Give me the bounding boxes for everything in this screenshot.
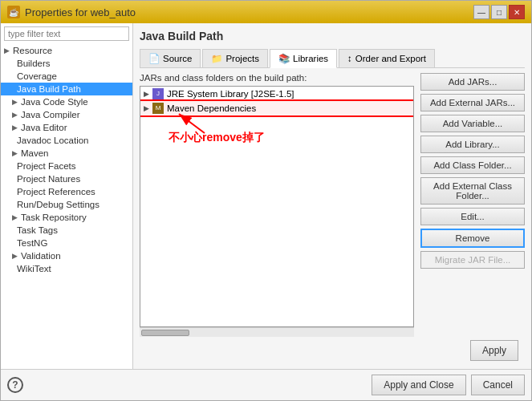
- filter-input[interactable]: [4, 26, 129, 41]
- libraries-content: JARs and class folders on the build path…: [140, 73, 525, 337]
- jar-item-label: JRE System Library [J2SE-1.5]: [167, 89, 294, 99]
- close-button[interactable]: ✕: [509, 5, 525, 19]
- expand-icon: ▶: [12, 111, 18, 119]
- scrollbar[interactable]: [140, 327, 414, 337]
- remove-button[interactable]: Remove: [420, 229, 525, 248]
- scrollbar-thumb[interactable]: [141, 330, 189, 336]
- annotation-text: 不小心remove掉了: [169, 131, 265, 145]
- jar-section-label: JARs and class folders on the build path…: [140, 73, 414, 83]
- sidebar: ▶ Resource Builders Coverage Java Build …: [1, 23, 133, 369]
- sidebar-item-label: Java Build Path: [17, 84, 81, 94]
- sidebar-item-label: Java Editor: [21, 123, 67, 132]
- sidebar-item-builders[interactable]: Builders: [1, 57, 132, 70]
- sidebar-item-label: Java Compiler: [21, 110, 80, 119]
- sidebar-item-label: Javadoc Location: [17, 136, 89, 145]
- tab-bar: 📄 Source 📁 Projects 📚 Libraries ↕ Order …: [140, 49, 525, 68]
- button-panel: Add JARs... Add External JARs... Add Var…: [420, 73, 525, 337]
- sidebar-item-validation[interactable]: ▶ Validation: [1, 249, 132, 262]
- tab-label: Order and Export: [355, 54, 426, 63]
- sidebar-item-java-compiler[interactable]: ▶ Java Compiler: [1, 108, 132, 121]
- jar-list[interactable]: ▶ J JRE System Library [J2SE-1.5] ▶ M Ma…: [140, 86, 414, 327]
- jar-icon: M: [152, 103, 164, 114]
- jar-section: JARs and class folders on the build path…: [140, 73, 414, 337]
- title-bar: ☕ Properties for web_auto — □ ✕: [1, 1, 531, 23]
- sidebar-item-label: Java Code Style: [21, 97, 88, 107]
- title-bar-controls: — □ ✕: [473, 5, 525, 19]
- sidebar-item-label: Project Facets: [17, 161, 76, 171]
- sidebar-item-javadoc[interactable]: Javadoc Location: [1, 134, 132, 147]
- apply-area: Apply: [140, 337, 525, 363]
- sidebar-item-testng[interactable]: TestNG: [1, 237, 132, 249]
- add-class-folder-button[interactable]: Add Class Folder...: [420, 156, 525, 174]
- footer-buttons: Apply and Close Cancel: [372, 375, 525, 395]
- sidebar-item-task-repository[interactable]: ▶ Task Repository: [1, 211, 132, 224]
- order-export-tab-icon: ↕: [347, 54, 352, 63]
- right-panel: Java Build Path 📄 Source 📁 Projects 📚 Li…: [133, 23, 531, 369]
- apply-button[interactable]: Apply: [470, 340, 518, 361]
- tab-projects[interactable]: 📁 Projects: [202, 49, 268, 67]
- source-tab-icon: 📄: [148, 53, 160, 64]
- sidebar-item-java-code-style[interactable]: ▶ Java Code Style: [1, 95, 132, 108]
- title-bar-left: ☕ Properties for web_auto: [7, 6, 136, 18]
- expand-icon: ▶: [12, 213, 18, 221]
- expand-icon: ▶: [144, 104, 149, 112]
- sidebar-item-resource[interactable]: ▶ Resource: [1, 44, 132, 57]
- window-title: Properties for web_auto: [25, 6, 136, 18]
- jar-item-maven[interactable]: ▶ M Maven Dependencies: [140, 101, 413, 115]
- libraries-tab-icon: 📚: [278, 53, 290, 64]
- panel-title: Java Build Path: [140, 30, 525, 43]
- sidebar-item-project-facets[interactable]: Project Facets: [1, 160, 132, 172]
- sidebar-item-run-debug[interactable]: Run/Debug Settings: [1, 198, 132, 211]
- edit-button[interactable]: Edit...: [420, 208, 525, 225]
- maximize-button[interactable]: □: [491, 5, 507, 19]
- add-library-button[interactable]: Add Library...: [420, 136, 525, 153]
- cancel-button[interactable]: Cancel: [471, 375, 525, 395]
- sidebar-item-label: Project References: [17, 187, 95, 196]
- sidebar-item-coverage[interactable]: Coverage: [1, 70, 132, 83]
- sidebar-item-label: Project Natures: [17, 174, 80, 184]
- jar-item-jre[interactable]: ▶ J JRE System Library [J2SE-1.5]: [140, 87, 413, 101]
- jar-item-label: Maven Dependencies: [167, 103, 256, 113]
- help-icon[interactable]: ?: [7, 377, 23, 393]
- sidebar-item-label: Task Repository: [21, 213, 87, 222]
- add-external-class-folder-button[interactable]: Add External Class Folder...: [420, 177, 525, 205]
- sidebar-item-label: TestNG: [17, 238, 47, 248]
- sidebar-item-label: Coverage: [17, 71, 57, 81]
- jar-list-container: ▶ J JRE System Library [J2SE-1.5] ▶ M Ma…: [140, 86, 414, 337]
- migrate-jar-button[interactable]: Migrate JAR File...: [420, 251, 525, 269]
- sidebar-item-maven[interactable]: ▶ Maven: [1, 147, 132, 160]
- tab-libraries[interactable]: 📚 Libraries: [270, 49, 337, 68]
- add-external-jars-button[interactable]: Add External JARs...: [420, 94, 525, 111]
- tab-source[interactable]: 📄 Source: [140, 49, 201, 67]
- minimize-button[interactable]: —: [473, 5, 489, 19]
- add-jars-button[interactable]: Add JARs...: [420, 73, 525, 91]
- sidebar-item-label: Validation: [21, 251, 61, 261]
- svg-line-1: [179, 114, 205, 133]
- properties-window: ☕ Properties for web_auto — □ ✕ ▶ Resour…: [0, 0, 532, 401]
- sidebar-item-label: Maven: [21, 148, 49, 158]
- expand-icon: ▶: [144, 90, 149, 98]
- sidebar-item-task-tags[interactable]: Task Tags: [1, 224, 132, 237]
- sidebar-item-label: WikiText: [17, 264, 51, 273]
- tab-order-export[interactable]: ↕ Order and Export: [339, 49, 435, 67]
- expand-icon: ▶: [4, 47, 10, 55]
- tab-label: Source: [163, 54, 192, 63]
- main-content: ▶ Resource Builders Coverage Java Build …: [1, 23, 531, 369]
- expand-icon: ▶: [12, 124, 18, 132]
- sidebar-item-java-editor[interactable]: ▶ Java Editor: [1, 121, 132, 134]
- tab-label: Libraries: [293, 54, 328, 63]
- apply-close-button[interactable]: Apply and Close: [372, 375, 465, 395]
- sidebar-item-label: Run/Debug Settings: [17, 200, 99, 209]
- add-variable-button[interactable]: Add Variable...: [420, 115, 525, 132]
- sidebar-item-list: ▶ Resource Builders Coverage Java Build …: [1, 44, 132, 369]
- window-icon: ☕: [7, 6, 20, 18]
- sidebar-item-label: Resource: [13, 46, 52, 55]
- sidebar-item-java-build-path[interactable]: Java Build Path: [1, 83, 132, 95]
- sidebar-item-project-references[interactable]: Project References: [1, 185, 132, 198]
- projects-tab-icon: 📁: [211, 53, 222, 64]
- sidebar-item-label: Builders: [17, 59, 51, 68]
- sidebar-item-project-natures[interactable]: Project Natures: [1, 172, 132, 185]
- footer: ? Apply and Close Cancel: [1, 369, 531, 400]
- jar-icon: J: [152, 88, 164, 99]
- sidebar-item-wikitext[interactable]: WikiText: [1, 262, 132, 275]
